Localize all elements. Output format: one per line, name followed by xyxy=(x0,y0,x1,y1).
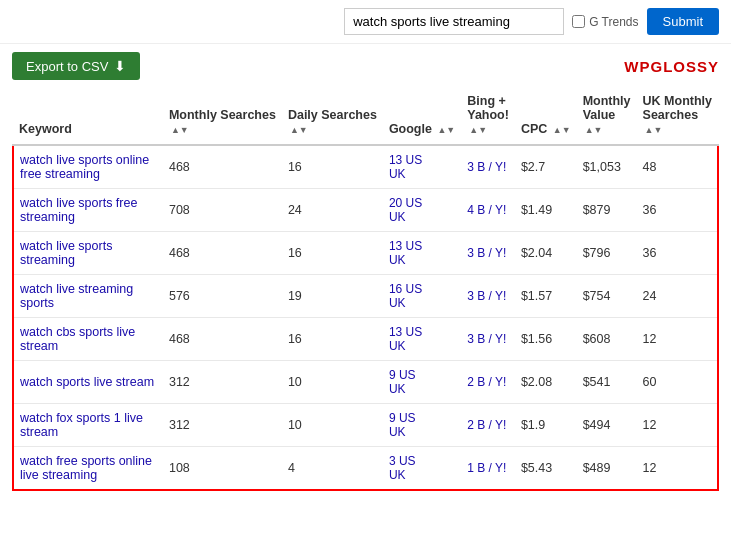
bing-yahoo-link[interactable]: 2 B / Y! xyxy=(467,418,506,432)
monthly-value-cell: $754 xyxy=(577,275,637,318)
col-bing-yahoo: Bing +Yahoo! ▲▼ xyxy=(461,88,515,145)
col-google: Google ▲▼ xyxy=(383,88,461,145)
keyword-link[interactable]: watch free sports online live streaming xyxy=(20,454,152,482)
table-row: watch sports live stream312109 USUK2 B /… xyxy=(13,361,718,404)
google-link[interactable]: 13 USUK xyxy=(389,239,422,267)
google-link[interactable]: 13 USUK xyxy=(389,325,422,353)
daily-searches-cell: 10 xyxy=(282,404,383,447)
cpc-cell: $5.43 xyxy=(515,447,577,491)
google-link[interactable]: 13 USUK xyxy=(389,153,422,181)
bing-yahoo-cell: 2 B / Y! xyxy=(461,361,515,404)
daily-searches-cell: 16 xyxy=(282,232,383,275)
toolbar: Export to CSV ⬇ WPGLOSSY xyxy=(0,44,731,88)
bing-yahoo-cell: 3 B / Y! xyxy=(461,232,515,275)
bing-yahoo-cell: 3 B / Y! xyxy=(461,318,515,361)
col-cpc: CPC ▲▼ xyxy=(515,88,577,145)
keyword-link[interactable]: watch fox sports 1 live stream xyxy=(20,411,143,439)
uk-monthly-cell: 36 xyxy=(637,189,718,232)
daily-searches-cell: 16 xyxy=(282,318,383,361)
monthly-value-cell: $608 xyxy=(577,318,637,361)
gtrends-checkbox[interactable] xyxy=(572,15,585,28)
google-cell: 13 USUK xyxy=(383,318,461,361)
uk-monthly-cell: 12 xyxy=(637,318,718,361)
google-cell: 16 USUK xyxy=(383,275,461,318)
uk-monthly-cell: 36 xyxy=(637,232,718,275)
cpc-cell: $1.49 xyxy=(515,189,577,232)
table-row: watch fox sports 1 live stream312109 USU… xyxy=(13,404,718,447)
sort-google[interactable]: ▲▼ xyxy=(437,126,455,135)
submit-button[interactable]: Submit xyxy=(647,8,719,35)
monthly-searches-cell: 576 xyxy=(163,275,282,318)
google-link[interactable]: 20 USUK xyxy=(389,196,422,224)
bing-yahoo-link[interactable]: 3 B / Y! xyxy=(467,289,506,303)
sort-daily-searches[interactable]: ▲▼ xyxy=(290,126,308,135)
keyword-link[interactable]: watch live sports free streaming xyxy=(20,196,137,224)
keyword-link[interactable]: watch live sports streaming xyxy=(20,239,112,267)
uk-monthly-cell: 60 xyxy=(637,361,718,404)
daily-searches-cell: 10 xyxy=(282,361,383,404)
monthly-value-cell: $494 xyxy=(577,404,637,447)
monthly-value-cell: $879 xyxy=(577,189,637,232)
keyword-link[interactable]: watch cbs sports live stream xyxy=(20,325,135,353)
export-label: Export to CSV xyxy=(26,59,108,74)
table-wrap: Keyword Monthly Searches ▲▼ Daily Search… xyxy=(0,88,731,503)
google-cell: 13 USUK xyxy=(383,232,461,275)
bing-yahoo-cell: 2 B / Y! xyxy=(461,404,515,447)
google-link[interactable]: 16 USUK xyxy=(389,282,422,310)
google-cell: 9 USUK xyxy=(383,361,461,404)
top-bar: watch sports live streaming G Trends Sub… xyxy=(0,0,731,44)
bing-yahoo-link[interactable]: 4 B / Y! xyxy=(467,203,506,217)
col-uk-monthly: UK MonthlySearches ▲▼ xyxy=(637,88,718,145)
sort-monthly-searches[interactable]: ▲▼ xyxy=(171,126,189,135)
monthly-searches-cell: 708 xyxy=(163,189,282,232)
bing-yahoo-link[interactable]: 3 B / Y! xyxy=(467,246,506,260)
cpc-cell: $2.04 xyxy=(515,232,577,275)
table-row: watch free sports online live streaming1… xyxy=(13,447,718,491)
table-row: watch cbs sports live stream4681613 USUK… xyxy=(13,318,718,361)
monthly-searches-cell: 468 xyxy=(163,318,282,361)
monthly-value-cell: $796 xyxy=(577,232,637,275)
bing-yahoo-cell: 3 B / Y! xyxy=(461,145,515,189)
google-link[interactable]: 3 USUK xyxy=(389,454,416,482)
monthly-searches-cell: 468 xyxy=(163,145,282,189)
bing-yahoo-link[interactable]: 1 B / Y! xyxy=(467,461,506,475)
cpc-cell: $1.9 xyxy=(515,404,577,447)
table-row: watch live streaming sports5761916 USUK3… xyxy=(13,275,718,318)
table-header: Keyword Monthly Searches ▲▼ Daily Search… xyxy=(13,88,718,145)
table-row: watch live sports free streaming7082420 … xyxy=(13,189,718,232)
uk-monthly-cell: 12 xyxy=(637,404,718,447)
uk-monthly-cell: 24 xyxy=(637,275,718,318)
google-cell: 3 USUK xyxy=(383,447,461,491)
uk-monthly-cell: 48 xyxy=(637,145,718,189)
google-cell: 9 USUK xyxy=(383,404,461,447)
gtrends-text: G Trends xyxy=(589,15,638,29)
monthly-searches-cell: 312 xyxy=(163,404,282,447)
bing-yahoo-link[interactable]: 2 B / Y! xyxy=(467,375,506,389)
keyword-link[interactable]: watch sports live stream xyxy=(20,375,154,389)
keyword-link[interactable]: watch live sports online free streaming xyxy=(20,153,149,181)
cpc-cell: $2.7 xyxy=(515,145,577,189)
google-link[interactable]: 9 USUK xyxy=(389,368,416,396)
col-monthly-value: MonthlyValue ▲▼ xyxy=(577,88,637,145)
export-csv-button[interactable]: Export to CSV ⬇ xyxy=(12,52,140,80)
google-cell: 20 USUK xyxy=(383,189,461,232)
daily-searches-cell: 4 xyxy=(282,447,383,491)
daily-searches-cell: 16 xyxy=(282,145,383,189)
sort-bing-yahoo[interactable]: ▲▼ xyxy=(469,126,487,135)
google-link[interactable]: 9 USUK xyxy=(389,411,416,439)
search-input[interactable]: watch sports live streaming xyxy=(344,8,564,35)
bing-yahoo-cell: 1 B / Y! xyxy=(461,447,515,491)
table-body: watch live sports online free streaming4… xyxy=(13,145,718,490)
cpc-cell: $1.56 xyxy=(515,318,577,361)
brand-name: WPGLOSSY xyxy=(624,58,719,75)
keyword-link[interactable]: watch live streaming sports xyxy=(20,282,133,310)
sort-uk-monthly[interactable]: ▲▼ xyxy=(645,126,663,135)
sort-monthly-value[interactable]: ▲▼ xyxy=(585,126,603,135)
bing-yahoo-link[interactable]: 3 B / Y! xyxy=(467,332,506,346)
sort-cpc[interactable]: ▲▼ xyxy=(553,126,571,135)
keyword-table: Keyword Monthly Searches ▲▼ Daily Search… xyxy=(12,88,719,491)
gtrends-label: G Trends xyxy=(572,15,638,29)
bing-yahoo-link[interactable]: 3 B / Y! xyxy=(467,160,506,174)
monthly-value-cell: $489 xyxy=(577,447,637,491)
col-keyword: Keyword xyxy=(13,88,163,145)
